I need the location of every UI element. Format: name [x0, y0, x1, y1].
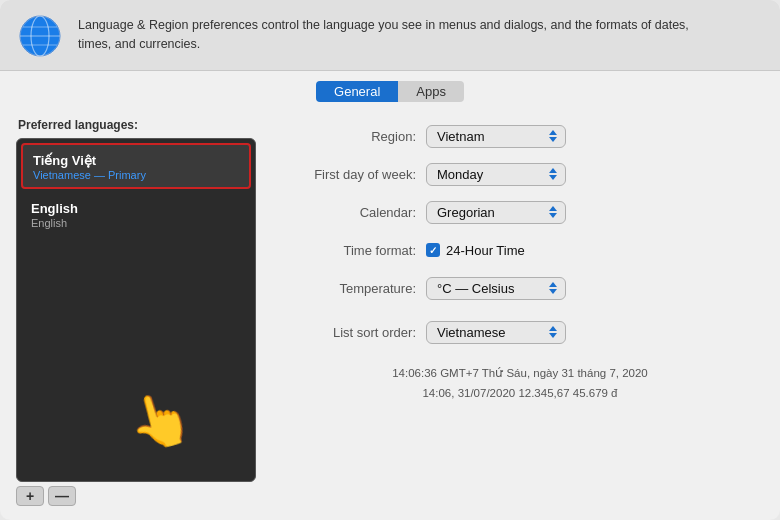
region-row: Region: Vietnam	[276, 122, 764, 150]
add-language-button[interactable]: +	[16, 486, 44, 506]
header: Language & Region preferences control th…	[0, 0, 780, 71]
first-day-select[interactable]: Monday	[426, 163, 566, 186]
temperature-value: °C — Celsius	[437, 281, 514, 296]
arrow-up-icon	[549, 206, 557, 211]
list-sort-row: List sort order: Vietnamese	[276, 318, 764, 346]
first-day-arrows	[549, 168, 557, 180]
list-sort-select[interactable]: Vietnamese	[426, 321, 566, 344]
language-item-english[interactable]: English English	[21, 193, 251, 235]
temperature-label: Temperature:	[276, 281, 426, 296]
time-format-label: Time format:	[276, 243, 426, 258]
calendar-label: Calendar:	[276, 205, 426, 220]
calendar-value: Gregorian	[437, 205, 495, 220]
preferences-window: Language & Region preferences control th…	[0, 0, 780, 520]
list-buttons: + —	[16, 486, 256, 506]
time-format-row: Time format: 24-Hour Time	[276, 236, 764, 264]
region-arrows	[549, 130, 557, 142]
date-preview: 14:06:36 GMT+7 Thứ Sáu, ngày 31 tháng 7,…	[276, 364, 764, 403]
globe-icon	[16, 12, 64, 60]
first-day-value: Monday	[437, 167, 483, 182]
left-panel: Preferred languages: Tiếng Việt Vietname…	[16, 118, 256, 506]
temperature-arrows	[549, 282, 557, 294]
region-label: Region:	[276, 129, 426, 144]
calendar-arrows	[549, 206, 557, 218]
time-format-value: 24-Hour Time	[446, 243, 525, 258]
language-item-vietnamese[interactable]: Tiếng Việt Vietnamese — Primary	[21, 143, 251, 189]
remove-language-button[interactable]: —	[48, 486, 76, 506]
language-sub-vietnamese: Vietnamese — Primary	[33, 169, 239, 181]
tab-general[interactable]: General	[316, 81, 398, 102]
date-preview-line2: 14:06, 31/07/2020 12.345,67 45.679 đ	[276, 384, 764, 404]
list-sort-label: List sort order:	[276, 325, 426, 340]
tab-apps[interactable]: Apps	[398, 81, 464, 102]
preferred-languages-title: Preferred languages:	[16, 118, 256, 132]
arrow-down-icon	[549, 213, 557, 218]
arrow-down-icon	[549, 175, 557, 180]
temperature-select[interactable]: °C — Celsius	[426, 277, 566, 300]
tabs-bar: General Apps	[0, 71, 780, 108]
region-select[interactable]: Vietnam	[426, 125, 566, 148]
temperature-row: Temperature: °C — Celsius	[276, 274, 764, 302]
cursor-emoji: 👆	[120, 383, 199, 459]
time-format-checkbox-row: 24-Hour Time	[426, 243, 525, 258]
arrow-up-icon	[549, 326, 557, 331]
language-name-english: English	[31, 201, 241, 216]
arrow-down-icon	[549, 289, 557, 294]
date-preview-line1: 14:06:36 GMT+7 Thứ Sáu, ngày 31 tháng 7,…	[276, 364, 764, 384]
first-day-row: First day of week: Monday	[276, 160, 764, 188]
region-value: Vietnam	[437, 129, 484, 144]
calendar-select[interactable]: Gregorian	[426, 201, 566, 224]
languages-list: Tiếng Việt Vietnamese — Primary English …	[16, 138, 256, 482]
arrow-down-icon	[549, 137, 557, 142]
time-format-checkbox[interactable]	[426, 243, 440, 257]
arrow-up-icon	[549, 130, 557, 135]
calendar-row: Calendar: Gregorian	[276, 198, 764, 226]
language-sub-english: English	[31, 217, 241, 229]
arrow-down-icon	[549, 333, 557, 338]
header-description: Language & Region preferences control th…	[78, 12, 718, 54]
arrow-up-icon	[549, 168, 557, 173]
list-sort-arrows	[549, 326, 557, 338]
main-content: Preferred languages: Tiếng Việt Vietname…	[0, 108, 780, 520]
arrow-up-icon	[549, 282, 557, 287]
language-name-vietnamese: Tiếng Việt	[33, 153, 239, 168]
list-sort-value: Vietnamese	[437, 325, 505, 340]
right-panel: Region: Vietnam First day of week: Monda…	[276, 118, 764, 506]
first-day-label: First day of week:	[276, 167, 426, 182]
